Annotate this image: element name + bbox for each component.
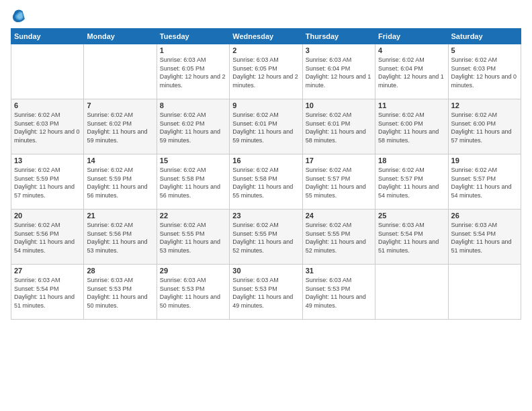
calendar-week-2: 6Sunrise: 6:02 AMSunset: 6:03 PMDaylight… (11, 99, 521, 154)
day-number: 19 (451, 156, 518, 165)
day-detail: Sunrise: 6:02 AMSunset: 5:56 PMDaylight:… (14, 221, 81, 255)
day-number: 11 (378, 101, 445, 109)
day-number: 25 (378, 212, 445, 220)
calendar-cell (11, 44, 84, 99)
day-number: 30 (232, 267, 299, 275)
day-detail: Sunrise: 6:03 AMSunset: 6:05 PMDaylight:… (160, 56, 226, 89)
column-header-tuesday: Tuesday (157, 29, 229, 44)
calendar-cell: 30Sunrise: 6:03 AMSunset: 5:53 PMDayligh… (230, 265, 302, 320)
day-detail: Sunrise: 6:03 AMSunset: 5:53 PMDaylight:… (87, 276, 153, 310)
day-number: 28 (87, 267, 153, 275)
day-detail: Sunrise: 6:03 AMSunset: 5:54 PMDaylight:… (451, 221, 518, 255)
day-number: 27 (14, 267, 81, 275)
calendar-cell (448, 265, 521, 320)
day-detail: Sunrise: 6:02 AMSunset: 5:56 PMDaylight:… (87, 221, 153, 255)
day-number: 31 (306, 267, 372, 275)
calendar-cell: 20Sunrise: 6:02 AMSunset: 5:56 PMDayligh… (11, 210, 84, 265)
day-number: 21 (87, 212, 153, 220)
calendar-cell: 2Sunrise: 6:03 AMSunset: 6:05 PMDaylight… (230, 44, 302, 99)
day-detail: Sunrise: 6:02 AMSunset: 5:57 PMDaylight:… (306, 166, 372, 199)
column-header-thursday: Thursday (302, 29, 375, 44)
day-detail: Sunrise: 6:03 AMSunset: 5:54 PMDaylight:… (14, 276, 81, 310)
calendar-cell: 3Sunrise: 6:03 AMSunset: 6:04 PMDaylight… (302, 44, 375, 99)
day-number: 15 (160, 156, 226, 165)
day-number: 4 (378, 46, 445, 54)
day-number: 17 (306, 156, 372, 165)
day-detail: Sunrise: 6:02 AMSunset: 5:59 PMDaylight:… (14, 166, 81, 199)
calendar-cell: 6Sunrise: 6:02 AMSunset: 6:03 PMDaylight… (11, 99, 84, 154)
calendar-cell: 29Sunrise: 6:03 AMSunset: 5:53 PMDayligh… (157, 265, 229, 320)
day-detail: Sunrise: 6:03 AMSunset: 5:53 PMDaylight:… (160, 276, 226, 310)
calendar-cell: 26Sunrise: 6:03 AMSunset: 5:54 PMDayligh… (448, 210, 521, 265)
calendar-cell: 15Sunrise: 6:02 AMSunset: 5:58 PMDayligh… (157, 154, 229, 210)
calendar-cell: 8Sunrise: 6:02 AMSunset: 6:02 PMDaylight… (157, 99, 229, 154)
day-number: 10 (306, 101, 372, 109)
day-number: 8 (160, 101, 226, 109)
calendar-table: SundayMondayTuesdayWednesdayThursdayFrid… (11, 28, 521, 320)
day-detail: Sunrise: 6:02 AMSunset: 6:04 PMDaylight:… (378, 56, 445, 89)
page-header (11, 8, 521, 24)
day-detail: Sunrise: 6:02 AMSunset: 5:58 PMDaylight:… (160, 166, 226, 199)
calendar-week-1: 1Sunrise: 6:03 AMSunset: 6:05 PMDaylight… (11, 44, 521, 99)
calendar-week-5: 27Sunrise: 6:03 AMSunset: 5:54 PMDayligh… (11, 265, 521, 320)
calendar-cell: 13Sunrise: 6:02 AMSunset: 5:59 PMDayligh… (11, 154, 84, 210)
day-detail: Sunrise: 6:02 AMSunset: 6:02 PMDaylight:… (87, 111, 153, 144)
calendar-cell (84, 44, 157, 99)
calendar-cell (375, 265, 448, 320)
day-detail: Sunrise: 6:02 AMSunset: 5:58 PMDaylight:… (232, 166, 299, 199)
day-number: 1 (160, 46, 226, 54)
day-detail: Sunrise: 6:02 AMSunset: 5:55 PMDaylight:… (160, 221, 226, 255)
calendar-cell: 7Sunrise: 6:02 AMSunset: 6:02 PMDaylight… (84, 99, 157, 154)
calendar-cell: 28Sunrise: 6:03 AMSunset: 5:53 PMDayligh… (84, 265, 157, 320)
calendar-cell: 19Sunrise: 6:02 AMSunset: 5:57 PMDayligh… (448, 154, 521, 210)
day-detail: Sunrise: 6:02 AMSunset: 5:55 PMDaylight:… (306, 221, 372, 255)
day-detail: Sunrise: 6:03 AMSunset: 5:53 PMDaylight:… (306, 276, 372, 310)
column-header-saturday: Saturday (448, 29, 521, 44)
calendar-header-row: SundayMondayTuesdayWednesdayThursdayFrid… (11, 29, 521, 44)
day-detail: Sunrise: 6:03 AMSunset: 5:53 PMDaylight:… (232, 276, 299, 310)
calendar-cell: 16Sunrise: 6:02 AMSunset: 5:58 PMDayligh… (230, 154, 302, 210)
calendar-cell: 14Sunrise: 6:02 AMSunset: 5:59 PMDayligh… (84, 154, 157, 210)
day-number: 6 (14, 101, 81, 109)
calendar-cell: 23Sunrise: 6:02 AMSunset: 5:55 PMDayligh… (230, 210, 302, 265)
calendar-cell: 18Sunrise: 6:02 AMSunset: 5:57 PMDayligh… (375, 154, 448, 210)
column-header-friday: Friday (375, 29, 448, 44)
day-detail: Sunrise: 6:03 AMSunset: 5:54 PMDaylight:… (378, 221, 445, 255)
column-header-sunday: Sunday (11, 29, 84, 44)
day-number: 2 (232, 46, 299, 54)
day-number: 13 (14, 156, 81, 165)
day-number: 22 (160, 212, 226, 220)
day-detail: Sunrise: 6:02 AMSunset: 6:03 PMDaylight:… (14, 111, 81, 144)
day-detail: Sunrise: 6:02 AMSunset: 6:02 PMDaylight:… (160, 111, 226, 144)
calendar-week-4: 20Sunrise: 6:02 AMSunset: 5:56 PMDayligh… (11, 210, 521, 265)
calendar-cell: 12Sunrise: 6:02 AMSunset: 6:00 PMDayligh… (448, 99, 521, 154)
calendar-cell: 21Sunrise: 6:02 AMSunset: 5:56 PMDayligh… (84, 210, 157, 265)
calendar-cell: 25Sunrise: 6:03 AMSunset: 5:54 PMDayligh… (375, 210, 448, 265)
logo-icon (11, 8, 27, 24)
column-header-monday: Monday (84, 29, 157, 44)
calendar-cell: 10Sunrise: 6:02 AMSunset: 6:01 PMDayligh… (302, 99, 375, 154)
calendar-cell: 24Sunrise: 6:02 AMSunset: 5:55 PMDayligh… (302, 210, 375, 265)
day-detail: Sunrise: 6:02 AMSunset: 5:57 PMDaylight:… (378, 166, 445, 199)
calendar-cell: 31Sunrise: 6:03 AMSunset: 5:53 PMDayligh… (302, 265, 375, 320)
day-detail: Sunrise: 6:02 AMSunset: 6:03 PMDaylight:… (451, 56, 518, 89)
calendar-cell: 4Sunrise: 6:02 AMSunset: 6:04 PMDaylight… (375, 44, 448, 99)
day-detail: Sunrise: 6:03 AMSunset: 6:04 PMDaylight:… (306, 56, 372, 89)
logo (11, 8, 30, 24)
day-number: 18 (378, 156, 445, 165)
day-number: 5 (451, 46, 518, 54)
column-header-wednesday: Wednesday (230, 29, 302, 44)
day-detail: Sunrise: 6:02 AMSunset: 5:57 PMDaylight:… (451, 166, 518, 199)
day-number: 29 (160, 267, 226, 275)
day-detail: Sunrise: 6:02 AMSunset: 6:00 PMDaylight:… (451, 111, 518, 144)
day-detail: Sunrise: 6:02 AMSunset: 5:55 PMDaylight:… (232, 221, 299, 255)
day-number: 3 (306, 46, 372, 54)
day-number: 9 (232, 101, 299, 109)
day-number: 16 (232, 156, 299, 165)
day-detail: Sunrise: 6:02 AMSunset: 6:01 PMDaylight:… (232, 111, 299, 144)
calendar-cell: 5Sunrise: 6:02 AMSunset: 6:03 PMDaylight… (448, 44, 521, 99)
day-number: 26 (451, 212, 518, 220)
calendar-cell: 22Sunrise: 6:02 AMSunset: 5:55 PMDayligh… (157, 210, 229, 265)
day-number: 23 (232, 212, 299, 220)
day-number: 12 (451, 101, 518, 109)
